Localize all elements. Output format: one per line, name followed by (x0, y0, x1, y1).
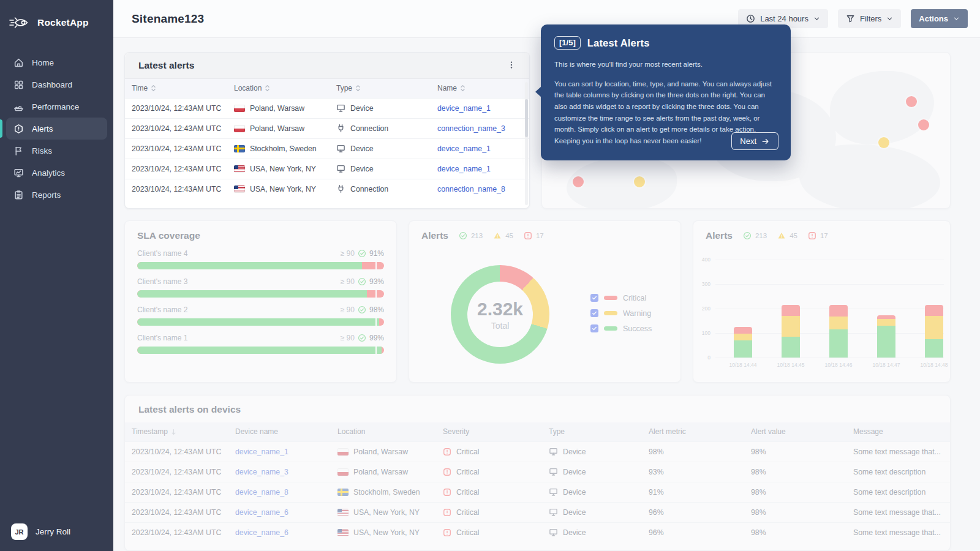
logo-text: RocketApp (37, 17, 89, 28)
map-alert-marker[interactable] (906, 96, 917, 107)
column-header-severity[interactable]: Severity (436, 422, 542, 441)
y-axis-tick: 0 (693, 354, 710, 361)
sort-icon[interactable] (460, 84, 466, 92)
legend-item-critical[interactable]: Critical (590, 290, 652, 305)
column-header-location[interactable]: Location (331, 422, 436, 441)
legend-item-warning[interactable]: Warning (590, 305, 652, 321)
card-menu-button[interactable] (503, 58, 519, 73)
checkbox-checked-icon[interactable] (590, 309, 598, 317)
device-alert-row[interactable]: 2023/10/24, 12:43AM UTC device_name_3 Po… (125, 462, 950, 482)
column-header-message[interactable]: Message (846, 422, 950, 441)
device-alert-row[interactable]: 2023/10/24, 12:43AM UTC device_name_1 Po… (125, 441, 950, 462)
alert-time: 2023/10/24, 12:43AM UTC (125, 138, 227, 159)
map-landmass (799, 144, 940, 209)
column-header-type[interactable]: Type (330, 79, 431, 98)
checkbox-checked-icon[interactable] (590, 324, 598, 332)
device-name-link[interactable]: device_name_6 (235, 528, 288, 537)
sla-target: ≥ 90 (341, 277, 355, 286)
sidebar-item-analytics[interactable]: Analytics (6, 162, 107, 184)
column-header-location[interactable]: Location (227, 79, 330, 98)
donut-total-sub: Total (491, 321, 510, 331)
device-alert-row[interactable]: 2023/10/24, 12:43AM UTC device_name_8 St… (125, 482, 950, 502)
alert-row[interactable]: 2023/10/24, 12:43AM UTC USA, New York, N… (125, 179, 529, 199)
risks-icon (13, 146, 24, 156)
user-profile[interactable]: JR Jerry Roll (11, 523, 70, 540)
sla-percent: 98% (369, 305, 384, 314)
alert-name-link[interactable]: device_name_1 (437, 104, 491, 113)
checkbox-checked-icon[interactable] (590, 294, 598, 302)
device-name: device_name_8 (228, 482, 331, 502)
tour-tooltip: [1/5] Latest Alerts This is where you'll… (541, 24, 791, 160)
sort-desc-icon[interactable] (171, 429, 176, 435)
latest-alerts-card: Latest alerts TimeLocationTypeName 2023/… (124, 52, 530, 209)
y-axis-tick: 300 (693, 281, 710, 287)
device-name-link[interactable]: device_name_8 (235, 488, 288, 497)
sidebar-item-home[interactable]: Home (6, 51, 107, 73)
stacked-bar[interactable] (925, 305, 943, 358)
tour-next-label: Next (740, 137, 756, 146)
device-alerts-card: Latest alerts on devics TimestampDevice … (124, 395, 951, 551)
flag-us-icon (234, 165, 245, 173)
sort-icon[interactable] (355, 84, 361, 92)
map-alert-marker[interactable] (573, 176, 584, 187)
legend-label: Warning (623, 309, 651, 318)
alert-name-link[interactable]: connection_name_8 (437, 185, 505, 193)
device-name-link[interactable]: device_name_6 (235, 508, 288, 517)
alert-type: Device (330, 159, 431, 179)
alert-time: 2023/10/24, 12:43AM UTC (125, 98, 227, 118)
alert-row[interactable]: 2023/10/24, 12:43AM UTC Stockholm, Swede… (125, 138, 529, 159)
stacked-bar[interactable] (734, 327, 752, 358)
home-icon (13, 58, 24, 68)
device-severity: Critical (436, 522, 542, 542)
alerts-donut-card: Alerts 2134517 2.32k Total Critical Warn… (409, 220, 681, 383)
alert-row[interactable]: 2023/10/24, 12:43AM UTC Poland, Warsaw C… (125, 118, 529, 138)
filters-button[interactable]: Filters (838, 9, 901, 28)
check-circle-icon (358, 277, 366, 286)
page-title: Sitename123 (132, 12, 204, 26)
map-alert-marker[interactable] (878, 137, 889, 148)
alert-name-link[interactable]: connection_name_3 (437, 124, 505, 133)
device-alert-row[interactable]: 2023/10/24, 12:43AM UTC device_name_6 US… (125, 502, 950, 522)
sidebar-item-performance[interactable]: Performance (6, 96, 107, 118)
column-header-name[interactable]: Name (431, 79, 529, 98)
map-alert-marker[interactable] (634, 176, 645, 187)
tour-next-button[interactable]: Next (731, 132, 778, 150)
column-header-alert-value[interactable]: Alert value (744, 422, 846, 441)
alert-name-link[interactable]: device_name_1 (437, 165, 491, 173)
alert-row[interactable]: 2023/10/24, 12:43AM UTC USA, New York, N… (125, 159, 529, 179)
device-name-link[interactable]: device_name_1 (235, 448, 288, 456)
flag-se-icon (234, 145, 245, 152)
column-header-timestamp[interactable]: Timestamp (125, 422, 228, 441)
actions-button[interactable]: Actions (911, 9, 968, 28)
column-header-type[interactable]: Type (542, 422, 642, 441)
column-header-device-name[interactable]: Device name (228, 422, 331, 441)
column-header-alert-metric[interactable]: Alert metric (642, 422, 744, 441)
sidebar-item-alerts[interactable]: Alerts (6, 118, 107, 140)
sla-percent: 93% (369, 277, 384, 286)
device-message: Some text message that... (846, 502, 950, 522)
stacked-bar[interactable] (877, 315, 895, 358)
sidebar-item-risks[interactable]: Risks (6, 140, 107, 162)
alert-type: Device (330, 138, 431, 159)
sort-icon[interactable] (151, 84, 156, 92)
alert-row[interactable]: 2023/10/24, 12:43AM UTC Poland, Warsaw D… (125, 98, 529, 118)
column-header-time[interactable]: Time (125, 79, 227, 98)
legend-item-success[interactable]: Success (590, 321, 652, 336)
table-scrollbar[interactable] (525, 82, 528, 205)
sidebar-item-dashboard[interactable]: Dashboard (6, 73, 107, 96)
alert-name-link[interactable]: device_name_1 (437, 144, 491, 153)
sla-progress-bar (137, 290, 384, 298)
map-alert-marker[interactable] (918, 119, 929, 130)
sort-icon[interactable] (265, 84, 270, 92)
device-alert-value: 98% (744, 482, 846, 502)
sidebar-item-reports[interactable]: Reports (6, 184, 107, 206)
sla-client-name: Client's name 1 (137, 334, 187, 342)
donut-total: 2.32k (477, 299, 523, 320)
stacked-bar[interactable] (782, 305, 800, 358)
stacked-bar[interactable] (829, 305, 848, 358)
legend-swatch (604, 311, 617, 315)
flag-se-icon (337, 489, 349, 496)
device-alert-row[interactable]: 2023/10/24, 12:43AM UTC device_name_6 US… (125, 522, 950, 542)
sla-client-name: Client's name 3 (137, 277, 187, 286)
device-name-link[interactable]: device_name_3 (235, 468, 288, 476)
